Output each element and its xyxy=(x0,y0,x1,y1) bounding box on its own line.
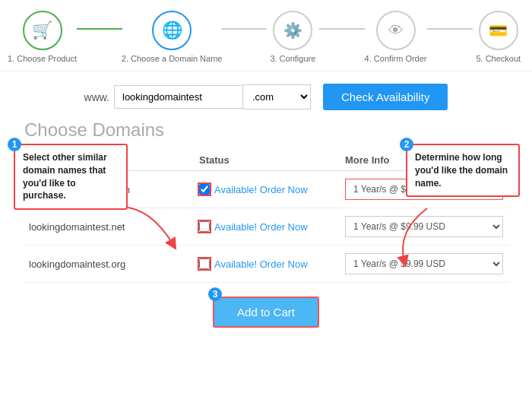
card-icon: 💳 xyxy=(489,21,508,40)
availability-text: Available! Order Now xyxy=(214,259,308,270)
connector-2 xyxy=(221,28,267,30)
gear-icon: ⚙️ xyxy=(283,21,302,40)
step-confirm-order[interactable]: 👁 4. Confirm Order xyxy=(365,11,427,63)
status-cell: Available! Order Now xyxy=(193,246,339,283)
availability-text: Available! Order Now xyxy=(214,184,308,195)
step-label-1: 1. Choose Product xyxy=(8,54,77,63)
step-circle-3: ⚙️ xyxy=(273,11,312,50)
stepper: 🛒 1. Choose Product 🌐 2. Choose a Domain… xyxy=(0,0,532,71)
cart-icon: 🛒 xyxy=(32,21,52,40)
status-cell: Available! Order Now xyxy=(193,208,339,246)
step-label-5: 5. Checkout xyxy=(476,54,521,63)
connector-4 xyxy=(427,28,473,30)
step-choose-product[interactable]: 🛒 1. Choose Product xyxy=(8,11,77,63)
globe-icon: 🌐 xyxy=(162,21,182,40)
callout-2-badge: 2 xyxy=(400,138,413,151)
arrow-2-icon xyxy=(374,201,435,269)
domain-checkbox[interactable] xyxy=(199,221,210,232)
callout-1-text: Select other similar domain names that y… xyxy=(23,152,107,201)
step-checkout[interactable]: 💳 5. Checkout xyxy=(473,11,524,63)
callout-2-text: Determine how long you'd like the domain… xyxy=(415,152,508,189)
status-cell: Available! Order Now xyxy=(193,171,339,208)
step-circle-1: 🛒 xyxy=(23,11,62,50)
connector-1 xyxy=(77,28,122,30)
step-label-2: 2. Choose a Domain Name xyxy=(122,54,223,63)
domain-input-row: www. .com .net .org .info Check Availabi… xyxy=(23,84,509,110)
table-row: lookingdomaintest.netAvailable! Order No… xyxy=(23,208,509,246)
domain-checkbox[interactable] xyxy=(199,259,210,269)
add-to-cart-button[interactable]: Add to Cart xyxy=(213,297,319,328)
step-circle-5: 💳 xyxy=(479,11,518,50)
add-to-cart-row: 3 Add to Cart xyxy=(23,297,509,328)
step-label-4: 4. Confirm Order xyxy=(365,54,427,63)
availability-text: Available! Order Now xyxy=(214,221,308,233)
callout-1: 1 Select other similar domain names that… xyxy=(14,144,128,210)
choose-domains-heading: Choose Domains xyxy=(24,119,509,141)
step-circle-2: 🌐 xyxy=(152,11,192,50)
connector-3 xyxy=(319,28,365,30)
callout-1-badge: 1 xyxy=(8,138,21,151)
www-label: www. xyxy=(84,91,109,103)
step-circle-4: 👁 xyxy=(376,11,416,50)
step-configure[interactable]: ⚙️ 3. Configure xyxy=(267,11,318,63)
domain-name-input[interactable] xyxy=(114,85,243,109)
main-content: 1 Select other similar domain names that… xyxy=(0,71,532,343)
callout-3-badge: 3 xyxy=(208,287,222,301)
tld-select[interactable]: .com .net .org .info xyxy=(242,84,311,109)
step-label-3: 3. Configure xyxy=(270,54,315,63)
domain-checkbox[interactable] xyxy=(199,184,210,195)
check-availability-button[interactable]: Check Availability xyxy=(323,84,448,110)
step-choose-domain[interactable]: 🌐 2. Choose a Domain Name xyxy=(122,11,221,63)
eye-icon: 👁 xyxy=(388,22,404,40)
table-row: lookingdomaintest.orgAvailable! Order No… xyxy=(23,246,509,283)
col-header-status: Status xyxy=(193,150,339,171)
callout-2: 2 Determine how long you'd like the doma… xyxy=(406,144,520,197)
